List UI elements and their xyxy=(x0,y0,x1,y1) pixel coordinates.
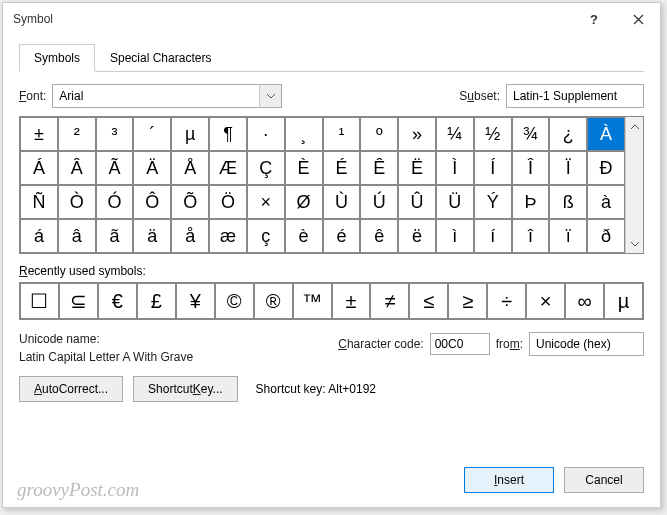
symbol-cell[interactable]: Ó xyxy=(96,185,134,219)
symbol-cell[interactable]: Ù xyxy=(323,185,361,219)
charcode-input[interactable] xyxy=(430,333,490,355)
recent-symbol-cell[interactable]: ÷ xyxy=(487,283,526,319)
symbol-cell[interactable]: ã xyxy=(96,219,134,253)
recent-symbol-cell[interactable]: × xyxy=(526,283,565,319)
symbol-cell[interactable]: Å xyxy=(171,151,209,185)
symbol-cell[interactable]: ´ xyxy=(133,117,171,151)
symbol-cell[interactable]: Ã xyxy=(96,151,134,185)
subset-combo[interactable] xyxy=(506,84,644,108)
scroll-down-button[interactable] xyxy=(626,235,643,253)
symbol-cell[interactable]: À xyxy=(587,117,625,151)
recent-symbol-cell[interactable]: ⊆ xyxy=(59,283,98,319)
scroll-up-button[interactable] xyxy=(626,117,643,135)
symbol-cell[interactable]: é xyxy=(323,219,361,253)
recent-grid[interactable]: ☐⊆€£¥©®™±≠≤≥÷×∞µ xyxy=(19,282,644,320)
symbol-cell[interactable]: Ý xyxy=(474,185,512,219)
symbol-cell[interactable]: ¾ xyxy=(512,117,550,151)
symbol-cell[interactable]: Ë xyxy=(398,151,436,185)
symbol-cell[interactable]: Æ xyxy=(209,151,247,185)
recent-symbol-cell[interactable]: ∞ xyxy=(565,283,604,319)
symbol-cell[interactable]: ³ xyxy=(96,117,134,151)
insert-button[interactable]: Insert xyxy=(464,467,554,493)
symbol-cell[interactable]: × xyxy=(247,185,285,219)
autocorrect-button[interactable]: AutoCorrect... xyxy=(19,376,123,402)
symbol-cell[interactable]: å xyxy=(171,219,209,253)
symbol-cell[interactable]: ð xyxy=(587,219,625,253)
symbol-cell[interactable]: Ñ xyxy=(20,185,58,219)
close-button[interactable] xyxy=(616,3,660,35)
subset-input[interactable] xyxy=(507,89,667,103)
recent-symbol-cell[interactable]: € xyxy=(98,283,137,319)
symbol-cell[interactable]: Â xyxy=(58,151,96,185)
symbol-cell[interactable]: Õ xyxy=(171,185,209,219)
symbol-cell[interactable]: æ xyxy=(209,219,247,253)
symbol-cell[interactable]: Î xyxy=(512,151,550,185)
symbol-cell[interactable]: ¿ xyxy=(549,117,587,151)
font-combo[interactable] xyxy=(52,84,282,108)
symbol-cell[interactable]: î xyxy=(512,219,550,253)
recent-symbol-cell[interactable]: ± xyxy=(332,283,371,319)
symbol-cell[interactable]: ë xyxy=(398,219,436,253)
symbol-cell[interactable]: Á xyxy=(20,151,58,185)
symbol-cell[interactable]: Ò xyxy=(58,185,96,219)
symbol-cell[interactable]: ç xyxy=(247,219,285,253)
symbol-cell[interactable]: Ç xyxy=(247,151,285,185)
symbol-cell[interactable]: È xyxy=(285,151,323,185)
recent-symbol-cell[interactable]: ≠ xyxy=(370,283,409,319)
symbol-cell[interactable]: Í xyxy=(474,151,512,185)
symbol-cell[interactable]: ì xyxy=(436,219,474,253)
symbol-cell[interactable]: Ú xyxy=(360,185,398,219)
symbol-cell[interactable]: Þ xyxy=(512,185,550,219)
symbol-cell[interactable]: µ xyxy=(171,117,209,151)
recent-symbol-cell[interactable]: ¥ xyxy=(176,283,215,319)
recent-symbol-cell[interactable]: ™ xyxy=(293,283,332,319)
symbol-cell[interactable]: í xyxy=(474,219,512,253)
symbol-cell[interactable]: Û xyxy=(398,185,436,219)
recent-symbol-cell[interactable]: µ xyxy=(604,283,643,319)
symbol-cell[interactable]: Ä xyxy=(133,151,171,185)
scrollbar[interactable] xyxy=(625,117,643,253)
symbol-cell[interactable]: · xyxy=(247,117,285,151)
symbol-cell[interactable]: è xyxy=(285,219,323,253)
symbol-cell[interactable]: ½ xyxy=(474,117,512,151)
help-button[interactable]: ? xyxy=(572,3,616,35)
recent-symbol-cell[interactable]: ≥ xyxy=(448,283,487,319)
symbol-cell[interactable]: Ì xyxy=(436,151,474,185)
recent-symbol-cell[interactable]: ® xyxy=(254,283,293,319)
scroll-track[interactable] xyxy=(626,135,643,235)
symbol-cell[interactable]: ± xyxy=(20,117,58,151)
cancel-button[interactable]: Cancel xyxy=(564,467,644,493)
symbol-cell[interactable]: Ø xyxy=(285,185,323,219)
symbol-cell[interactable]: Ü xyxy=(436,185,474,219)
symbol-cell[interactable]: » xyxy=(398,117,436,151)
symbol-cell[interactable]: ¹ xyxy=(323,117,361,151)
symbol-cell[interactable]: Ö xyxy=(209,185,247,219)
symbol-cell[interactable]: º xyxy=(360,117,398,151)
font-dropdown-button[interactable] xyxy=(259,85,281,107)
symbol-cell[interactable]: ß xyxy=(549,185,587,219)
symbol-cell[interactable]: É xyxy=(323,151,361,185)
symbol-cell[interactable]: ê xyxy=(360,219,398,253)
symbol-cell[interactable]: Ï xyxy=(549,151,587,185)
recent-symbol-cell[interactable]: ☐ xyxy=(20,283,59,319)
shortcut-key-button[interactable]: Shortcut Key... xyxy=(133,376,238,402)
symbol-cell[interactable]: Ô xyxy=(133,185,171,219)
from-combo[interactable] xyxy=(529,332,644,356)
symbol-cell[interactable]: ² xyxy=(58,117,96,151)
symbol-cell[interactable]: â xyxy=(58,219,96,253)
symbol-cell[interactable]: ä xyxy=(133,219,171,253)
recent-symbol-cell[interactable]: £ xyxy=(137,283,176,319)
symbol-cell[interactable]: ¶ xyxy=(209,117,247,151)
from-input[interactable] xyxy=(530,337,667,351)
symbol-cell[interactable]: ï xyxy=(549,219,587,253)
symbol-grid[interactable]: ±²³´µ¶·¸¹º»¼½¾¿ÀÁÂÃÄÅÆÇÈÉÊËÌÍÎÏÐÑÒÓÔÕÖ×Ø… xyxy=(20,117,625,253)
font-input[interactable] xyxy=(53,89,259,103)
symbol-cell[interactable]: ¸ xyxy=(285,117,323,151)
symbol-cell[interactable]: ¼ xyxy=(436,117,474,151)
symbol-cell[interactable]: á xyxy=(20,219,58,253)
tab-special-characters[interactable]: Special Characters xyxy=(95,44,226,72)
recent-symbol-cell[interactable]: © xyxy=(215,283,254,319)
recent-symbol-cell[interactable]: ≤ xyxy=(409,283,448,319)
symbol-cell[interactable]: à xyxy=(587,185,625,219)
tab-symbols[interactable]: Symbols xyxy=(19,44,95,72)
